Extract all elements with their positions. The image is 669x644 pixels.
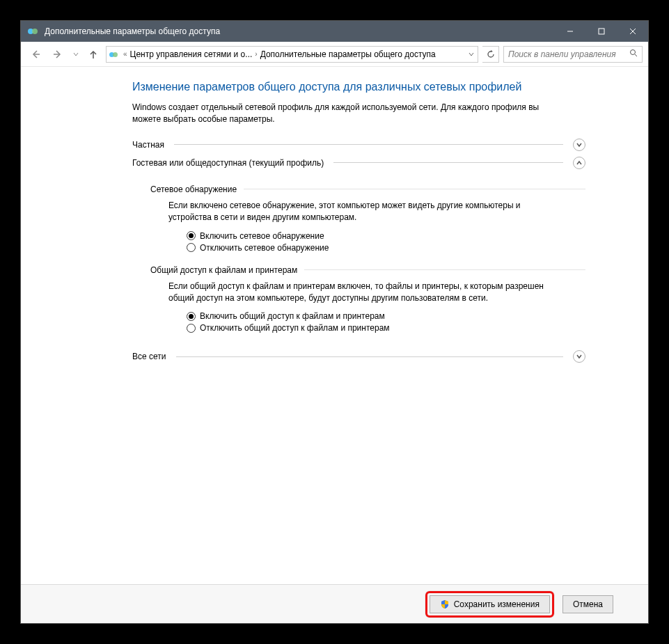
profile-private-expander[interactable]: Частная [132,139,585,151]
file-sharing-radiogroup: Включить общий доступ к файлам и принтер… [187,311,585,333]
chevron-up-icon[interactable] [573,157,585,169]
breadcrumb-item[interactable]: Дополнительные параметры общего доступа [260,49,436,59]
page-heading: Изменение параметров общего доступа для … [132,81,585,93]
profile-allnets-label: Все сети [132,352,166,361]
network-discovery-header: Сетевое обнаружение [150,184,585,194]
file-sharing-off[interactable]: Отключить общий доступ к файлам и принте… [187,323,585,333]
search-input[interactable]: Поиск в панели управления [503,46,643,63]
refresh-button[interactable] [482,46,499,63]
radio-icon [187,324,196,333]
save-highlight: Сохранить изменения [425,591,554,618]
svg-point-7 [631,50,636,55]
network-discovery-off[interactable]: Отключить сетевое обнаружение [187,243,585,253]
file-sharing-title: Общий доступ к файлам и принтерам [150,265,297,275]
forward-button[interactable] [49,45,67,63]
network-discovery-radiogroup: Включить сетевое обнаружение Отключить с… [187,231,585,253]
chevron-down-icon[interactable] [573,139,585,151]
breadcrumb[interactable]: « Центр управления сетями и о... › Допол… [106,46,478,63]
search-placeholder: Поиск в панели управления [508,49,616,59]
radio-icon [187,231,196,240]
shield-icon [440,599,450,609]
file-sharing-header: Общий доступ к файлам и принтерам [150,265,585,275]
profile-allnets-expander[interactable]: Все сети [132,350,585,363]
search-icon [629,49,638,59]
cancel-button-label: Отмена [573,599,603,609]
minimize-button[interactable] [554,21,585,42]
page-description: Windows создает отдельный сетевой профил… [132,102,550,126]
radio-icon [187,312,196,321]
profile-guest-label: Гостевая или общедоступная (текущий проф… [132,158,324,168]
network-discovery-title: Сетевое обнаружение [150,184,237,194]
network-icon [109,49,120,60]
content-area: Изменение параметров общего доступа для … [21,67,648,584]
breadcrumb-dropdown[interactable] [465,47,476,62]
navbar: « Центр управления сетями и о... › Допол… [21,42,648,67]
radio-label: Отключить общий доступ к файлам и принте… [200,323,390,333]
network-discovery-on[interactable]: Включить сетевое обнаружение [187,231,585,241]
history-dropdown[interactable] [71,52,81,57]
radio-label: Включить общий доступ к файлам и принтер… [200,311,385,321]
network-discovery-description: Если включено сетевое обнаружение, этот … [168,200,558,224]
up-button[interactable] [85,46,102,63]
window-frame: Дополнительные параметры общего доступа [21,21,648,623]
radio-label: Отключить сетевое обнаружение [200,243,329,253]
file-sharing-on[interactable]: Включить общий доступ к файлам и принтер… [187,311,585,321]
footer: Сохранить изменения Отмена [21,584,648,623]
profile-private-label: Частная [132,140,164,150]
titlebar: Дополнительные параметры общего доступа [21,21,648,42]
file-sharing-description: Если общий доступ к файлам и принтерам в… [168,281,558,305]
close-button[interactable] [617,21,648,42]
profile-guest-expander[interactable]: Гостевая или общедоступная (текущий проф… [132,157,585,169]
radio-icon [187,243,196,252]
chevron-right-icon: › [255,50,257,58]
breadcrumb-prefix: « [123,50,127,58]
chevron-down-icon[interactable] [573,350,585,363]
save-button-label: Сохранить изменения [454,599,540,609]
breadcrumb-item[interactable]: Центр управления сетями и о... [130,49,253,59]
cancel-button[interactable]: Отмена [562,595,613,613]
svg-line-8 [635,54,637,56]
app-icon [28,26,39,37]
radio-label: Включить сетевое обнаружение [200,231,324,241]
window-title: Дополнительные параметры общего доступа [45,26,554,36]
save-button[interactable]: Сохранить изменения [430,595,550,613]
profile-guest-content: Сетевое обнаружение Если включено сетево… [132,175,585,340]
maximize-button[interactable] [585,21,617,42]
svg-rect-1 [599,29,604,34]
back-button[interactable] [26,45,45,63]
